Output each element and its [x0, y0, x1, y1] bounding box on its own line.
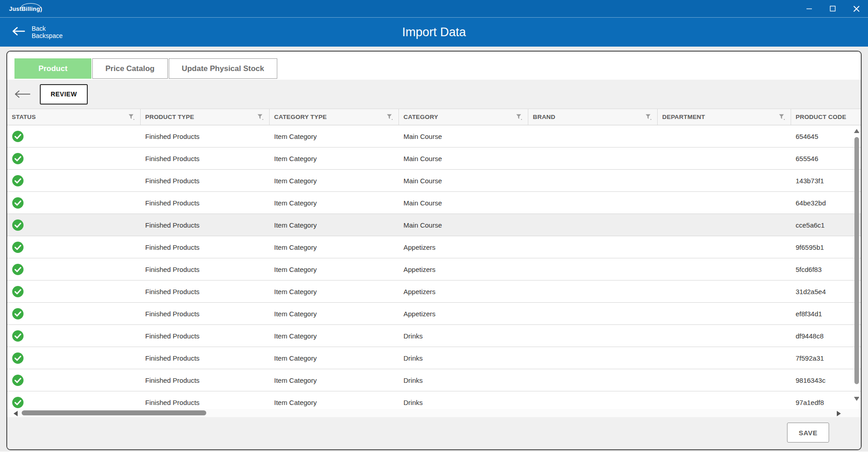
- table-row[interactable]: Finished Products Item Category Main Cou…: [7, 214, 861, 236]
- table-row[interactable]: Finished Products Item Category Appetize…: [7, 236, 861, 258]
- product-code-cell: 143b73f1: [791, 177, 861, 185]
- table-row[interactable]: Finished Products Item Category Main Cou…: [7, 148, 861, 170]
- success-check-icon: [12, 152, 24, 165]
- product-code-cell: 9f6595b1: [791, 243, 861, 251]
- column-header-product-code[interactable]: PRODUCT CODE: [791, 109, 861, 125]
- success-check-icon: [12, 219, 24, 231]
- table-row[interactable]: Finished Products Item Category Main Cou…: [7, 192, 861, 214]
- table-row[interactable]: Finished Products Item Category Appetize…: [7, 303, 861, 325]
- scroll-down-icon[interactable]: [854, 397, 859, 401]
- product-code-cell: 97a1edf8: [791, 399, 861, 406]
- category-cell: Main Course: [399, 177, 528, 185]
- category-type-cell: Item Category: [270, 288, 399, 295]
- category-type-cell: Item Category: [270, 243, 399, 251]
- tab-update-physical-stock[interactable]: Update Physical Stock: [169, 58, 277, 79]
- cloud-icon: [21, 3, 41, 8]
- scroll-right-icon[interactable]: [837, 411, 841, 416]
- category-type-cell: Item Category: [270, 266, 399, 273]
- category-cell: Main Course: [399, 221, 528, 229]
- tab-price-catalog[interactable]: Price Catalog: [92, 58, 168, 79]
- category-type-cell: Item Category: [270, 133, 399, 140]
- table-row[interactable]: Finished Products Item Category Appetize…: [7, 281, 861, 303]
- table-row[interactable]: Finished Products Item Category Drinks 9…: [7, 391, 861, 409]
- success-check-icon: [12, 197, 24, 209]
- table-rows: Finished Products Item Category Main Cou…: [7, 125, 861, 409]
- scroll-up-icon[interactable]: [854, 129, 859, 133]
- table-row[interactable]: Finished Products Item Category Drinks d…: [7, 325, 861, 347]
- back-button[interactable]: Back Backspace: [12, 25, 62, 39]
- category-type-cell: Item Category: [270, 310, 399, 318]
- product-type-cell: Finished Products: [141, 376, 270, 384]
- product-code-cell: 654645: [791, 133, 861, 140]
- table-row[interactable]: Finished Products Item Category Main Cou…: [7, 170, 861, 192]
- product-type-cell: Finished Products: [141, 310, 270, 318]
- status-cell: [7, 241, 141, 253]
- filter-icon[interactable]: [516, 114, 522, 120]
- filter-icon[interactable]: [645, 114, 651, 120]
- save-button[interactable]: SAVE: [787, 423, 829, 443]
- filter-icon[interactable]: [779, 114, 785, 120]
- vertical-scrollbar[interactable]: [853, 125, 861, 409]
- tab-label: Product: [38, 64, 67, 73]
- grid-back-arrow-icon[interactable]: [14, 90, 31, 99]
- product-code-cell: 64be32bd: [791, 199, 861, 207]
- table-row[interactable]: Finished Products Item Category Drinks 7…: [7, 347, 861, 369]
- review-button[interactable]: REVIEW: [40, 84, 88, 105]
- table-row[interactable]: Finished Products Item Category Appetize…: [7, 258, 861, 281]
- filter-icon[interactable]: [128, 114, 134, 120]
- status-cell: [7, 175, 141, 187]
- category-type-cell: Item Category: [270, 177, 399, 185]
- filter-icon[interactable]: [257, 114, 263, 120]
- back-label: Back Backspace: [32, 25, 62, 39]
- success-check-icon: [12, 241, 24, 253]
- success-check-icon: [12, 130, 24, 143]
- column-header-product-type[interactable]: PRODUCT TYPE: [141, 109, 270, 125]
- product-code-cell: df9448c8: [791, 332, 861, 340]
- column-header-category-type[interactable]: CATEGORY TYPE: [270, 109, 399, 125]
- success-check-icon: [12, 286, 24, 298]
- product-code-cell: 31d2a5e4: [791, 288, 861, 295]
- column-header-brand[interactable]: BRAND: [528, 109, 658, 125]
- minimize-icon[interactable]: [797, 0, 821, 17]
- column-header-department[interactable]: DEPARTMENT: [658, 109, 791, 125]
- success-check-icon: [12, 330, 24, 342]
- tab-product[interactable]: Product: [14, 58, 91, 79]
- product-type-cell: Finished Products: [141, 155, 270, 162]
- table-row[interactable]: Finished Products Item Category Main Cou…: [7, 125, 861, 148]
- app-logo: JustBilling): [9, 5, 42, 12]
- table-row[interactable]: Finished Products Item Category Drinks 9…: [7, 369, 861, 391]
- close-icon[interactable]: [844, 0, 868, 17]
- app-window: JustBilling) Back Backspace Impo: [0, 0, 868, 457]
- category-cell: Appetizers: [399, 266, 528, 273]
- vertical-scrollbar-thumb[interactable]: [854, 137, 859, 384]
- filter-icon[interactable]: [387, 114, 393, 120]
- product-type-cell: Finished Products: [141, 288, 270, 295]
- category-type-cell: Item Category: [270, 332, 399, 340]
- product-type-cell: Finished Products: [141, 243, 270, 251]
- horizontal-scrollbar-thumb[interactable]: [22, 410, 206, 415]
- column-header-status[interactable]: STATUS: [7, 109, 141, 125]
- scroll-left-icon[interactable]: [14, 411, 18, 416]
- category-cell: Main Course: [399, 155, 528, 162]
- product-type-cell: Finished Products: [141, 177, 270, 185]
- column-header-category[interactable]: CATEGORY: [399, 109, 528, 125]
- product-code-cell: cce5a6c1: [791, 221, 861, 229]
- category-cell: Drinks: [399, 354, 528, 362]
- category-type-cell: Item Category: [270, 354, 399, 362]
- category-cell: Main Course: [399, 133, 528, 140]
- app-header: Back Backspace Import Data: [0, 17, 868, 47]
- category-type-cell: Item Category: [270, 155, 399, 162]
- status-cell: [7, 396, 141, 409]
- status-cell: [7, 130, 141, 143]
- category-type-cell: Item Category: [270, 399, 399, 406]
- column-header-label: CATEGORY TYPE: [274, 114, 327, 120]
- product-type-cell: Finished Products: [141, 266, 270, 273]
- horizontal-scrollbar[interactable]: [7, 409, 861, 417]
- success-check-icon: [12, 352, 24, 364]
- window-bottom-strip: [0, 452, 868, 457]
- tab-label: Price Catalog: [105, 64, 155, 73]
- success-check-icon: [12, 396, 24, 409]
- category-type-cell: Item Category: [270, 221, 399, 229]
- maximize-icon[interactable]: [821, 0, 844, 17]
- page-title: Import Data: [0, 25, 868, 39]
